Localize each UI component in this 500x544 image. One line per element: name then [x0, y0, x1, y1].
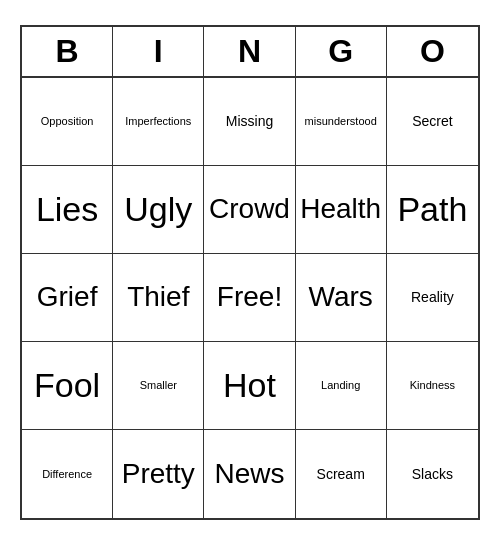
bingo-cell-5[interactable]: Lies [22, 166, 113, 254]
bingo-cell-12[interactable]: Free! [204, 254, 295, 342]
bingo-cell-2[interactable]: Missing [204, 78, 295, 166]
bingo-grid: OppositionImperfectionsMissingmisunderst… [22, 78, 478, 518]
bingo-cell-1[interactable]: Imperfections [113, 78, 204, 166]
bingo-cell-4[interactable]: Secret [387, 78, 478, 166]
bingo-cell-9[interactable]: Path [387, 166, 478, 254]
header-n: N [204, 27, 295, 76]
bingo-cell-7[interactable]: Crowd [204, 166, 295, 254]
bingo-cell-23[interactable]: Scream [296, 430, 387, 518]
bingo-cell-18[interactable]: Landing [296, 342, 387, 430]
bingo-cell-21[interactable]: Pretty [113, 430, 204, 518]
header-g: G [296, 27, 387, 76]
bingo-cell-11[interactable]: Thief [113, 254, 204, 342]
bingo-cell-15[interactable]: Fool [22, 342, 113, 430]
bingo-cell-10[interactable]: Grief [22, 254, 113, 342]
bingo-cell-24[interactable]: Slacks [387, 430, 478, 518]
bingo-cell-17[interactable]: Hot [204, 342, 295, 430]
bingo-cell-19[interactable]: Kindness [387, 342, 478, 430]
bingo-card: B I N G O OppositionImperfectionsMissing… [20, 25, 480, 520]
bingo-cell-3[interactable]: misunderstood [296, 78, 387, 166]
bingo-cell-16[interactable]: Smaller [113, 342, 204, 430]
header-i: I [113, 27, 204, 76]
header-b: B [22, 27, 113, 76]
bingo-header: B I N G O [22, 27, 478, 78]
bingo-cell-14[interactable]: Reality [387, 254, 478, 342]
bingo-cell-22[interactable]: News [204, 430, 295, 518]
bingo-cell-6[interactable]: Ugly [113, 166, 204, 254]
header-o: O [387, 27, 478, 76]
bingo-cell-8[interactable]: Health [296, 166, 387, 254]
bingo-cell-20[interactable]: Difference [22, 430, 113, 518]
bingo-cell-0[interactable]: Opposition [22, 78, 113, 166]
bingo-cell-13[interactable]: Wars [296, 254, 387, 342]
